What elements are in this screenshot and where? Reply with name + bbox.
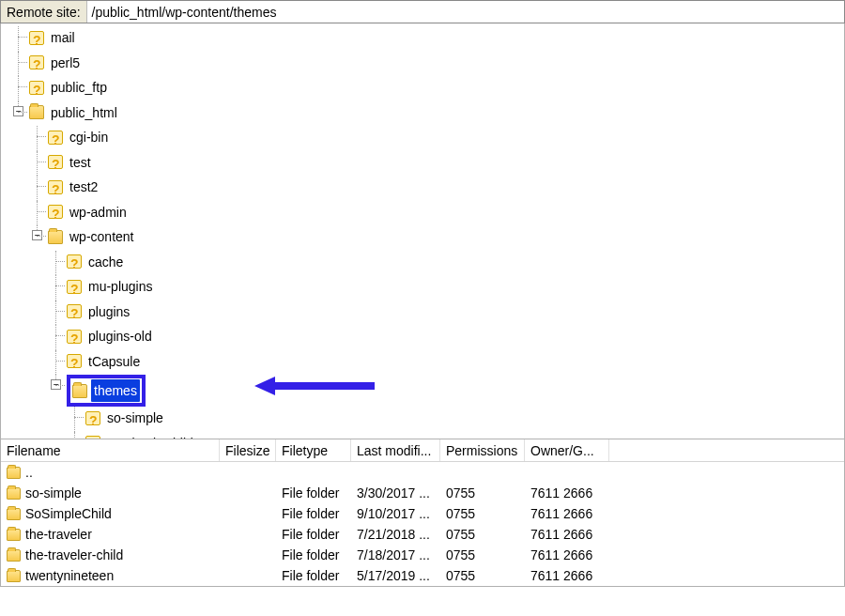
tree-item-plugins[interactable]: plugins	[67, 300, 132, 323]
cell-modified: 7/21/2018 ...	[351, 527, 440, 542]
col-permissions[interactable]: Permissions	[440, 439, 525, 461]
tree-item-label: mu-plugins	[85, 275, 155, 298]
tree-item-themes[interactable]: themes	[67, 375, 146, 407]
list-item-label: so-simple	[25, 485, 82, 500]
tree-item-cache[interactable]: cache	[67, 251, 126, 273]
tree-item-perl5[interactable]: perl5	[29, 52, 83, 74]
cell-modified: 3/30/2017 ...	[351, 485, 440, 500]
list-item[interactable]: SoSimpleChildFile folder9/10/2017 ...075…	[1, 503, 844, 524]
tree-item-wp-admin[interactable]: wp-admin	[48, 201, 130, 223]
unknown-icon	[29, 31, 44, 45]
tree-item-label: perl5	[48, 52, 83, 74]
unknown-icon	[48, 205, 63, 219]
list-item[interactable]: the-traveler-childFile folder7/18/2017 .…	[1, 545, 844, 565]
unknown-icon	[85, 436, 100, 439]
tree-item-label: mail	[48, 26, 78, 49]
folder-icon	[7, 570, 21, 582]
tree-item-label: cgi-bin	[67, 126, 111, 148]
unknown-icon	[85, 411, 100, 425]
tree-item-label: wp-content	[67, 225, 136, 248]
list-item-label: the-traveler-child	[25, 547, 123, 562]
cell-type: File folder	[276, 568, 351, 583]
tree-item-label: wp-admin	[67, 201, 130, 223]
list-item-parent[interactable]: ..	[1, 462, 844, 483]
unknown-icon	[67, 330, 82, 344]
unknown-icon	[67, 354, 82, 368]
address-label: Remote site:	[1, 1, 87, 23]
address-path-input[interactable]: /public_html/wp-content/themes	[87, 1, 844, 23]
list-item-label: SoSimpleChild	[25, 506, 112, 521]
unknown-icon	[29, 81, 44, 95]
col-filename[interactable]: Filename	[1, 439, 220, 461]
folder-icon	[7, 529, 21, 541]
cell-type: File folder	[276, 527, 351, 542]
cell-perm: 0755	[440, 506, 525, 521]
list-item[interactable]: so-simpleFile folder3/30/2017 ...0755761…	[1, 483, 844, 503]
remote-file-list[interactable]: Filename Filesize Filetype Last modifi..…	[0, 439, 845, 587]
tree-item-label: plugins	[85, 300, 132, 323]
tree-item-label: tCapsule	[85, 350, 143, 373]
col-filetype[interactable]: Filetype	[276, 439, 351, 461]
annotation-arrow-icon	[254, 375, 376, 397]
cell-modified: 7/18/2017 ...	[351, 547, 440, 562]
tree-item-label: public_html	[48, 101, 120, 124]
unknown-icon	[67, 254, 82, 269]
file-list-header: Filename Filesize Filetype Last modifi..…	[1, 439, 844, 462]
tree-item-test[interactable]: test	[48, 151, 94, 174]
tree-item-label: cache	[85, 251, 126, 273]
tree-toggle[interactable]: −	[51, 379, 61, 390]
folder-icon	[29, 105, 44, 119]
cell-type: File folder	[276, 547, 351, 562]
col-owner[interactable]: Owner/G...	[525, 439, 609, 461]
unknown-icon	[48, 180, 63, 194]
folder-icon	[7, 487, 21, 500]
tree-item-label: public_ftp	[48, 76, 110, 99]
cell-perm: 0755	[440, 485, 525, 500]
folder-icon	[48, 230, 63, 244]
svg-marker-0	[254, 377, 375, 395]
remote-tree-pane[interactable]: mailperl5public_ftp−public_htmlcgi-binte…	[0, 23, 845, 439]
tree-item-label: so-simple	[104, 407, 166, 429]
tree-item-so-simple[interactable]: so-simple	[85, 407, 166, 429]
unknown-icon	[67, 280, 82, 294]
cell-owner: 7611 2666	[525, 527, 609, 542]
folder-icon	[7, 549, 21, 562]
tree-item-label: themes	[91, 379, 140, 402]
unknown-icon	[48, 131, 63, 145]
tree-item-label: test2	[67, 176, 100, 198]
unknown-icon	[67, 304, 82, 318]
tree-item-tcapsule[interactable]: tCapsule	[67, 350, 143, 373]
tree-item-label: plugins-old	[85, 325, 155, 347]
list-item[interactable]: twentynineteenFile folder5/17/2019 ...07…	[1, 565, 844, 586]
tree-item-public_html[interactable]: public_html	[29, 101, 120, 124]
cell-type: File folder	[276, 506, 351, 521]
folder-icon	[7, 508, 21, 520]
tree-item-mu-plugins[interactable]: mu-plugins	[67, 275, 155, 298]
tree-item-sosimplechild[interactable]: SoSimpleChild	[85, 432, 196, 440]
tree-item-plugins-old[interactable]: plugins-old	[67, 325, 155, 347]
list-item-label: twentynineteen	[25, 568, 114, 583]
tree-item-mail[interactable]: mail	[29, 26, 78, 49]
cell-owner: 7611 2666	[525, 568, 609, 583]
folder-icon	[72, 384, 87, 398]
tree-item-wp-content[interactable]: wp-content	[48, 225, 136, 248]
tree-item-test2[interactable]: test2	[48, 176, 100, 198]
cell-perm: 0755	[440, 568, 525, 583]
folder-icon	[7, 467, 21, 479]
tree-item-cgi-bin[interactable]: cgi-bin	[48, 126, 111, 148]
tree-item-public_ftp[interactable]: public_ftp	[29, 76, 110, 99]
tree-item-label: SoSimpleChild	[104, 432, 196, 440]
tree-toggle[interactable]: −	[32, 230, 42, 240]
list-item-label: the-traveler	[25, 527, 92, 542]
col-modified[interactable]: Last modifi...	[351, 439, 440, 461]
tree-item-label: test	[67, 151, 94, 174]
cell-type: File folder	[276, 485, 351, 500]
list-item-label: ..	[25, 465, 33, 480]
cell-modified: 5/17/2019 ...	[351, 568, 440, 583]
cell-owner: 7611 2666	[525, 506, 609, 521]
col-filesize[interactable]: Filesize	[220, 439, 276, 461]
cell-modified: 9/10/2017 ...	[351, 506, 440, 521]
list-item[interactable]: the-travelerFile folder7/21/2018 ...0755…	[1, 524, 844, 545]
cell-perm: 0755	[440, 527, 525, 542]
tree-toggle[interactable]: −	[13, 106, 23, 116]
